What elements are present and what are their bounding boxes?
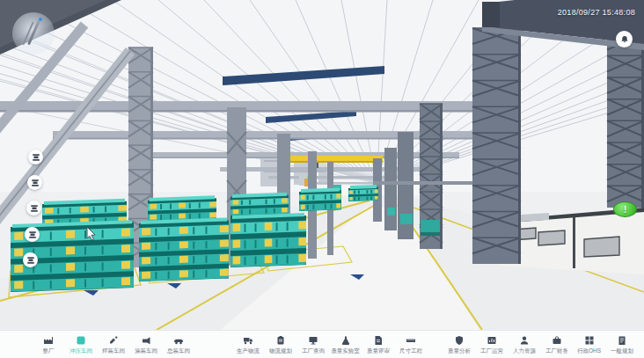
press-station-icon <box>32 153 40 162</box>
toolbar-item-dimension-ruler[interactable]: 尺寸工程 <box>394 335 427 354</box>
toolbar-item-label: 工厂查询 <box>302 347 325 354</box>
main-right-column <box>472 28 521 264</box>
toolbar-item-finance-briefcase[interactable]: 工厂财务 <box>540 335 573 354</box>
bell-icon <box>620 35 629 44</box>
toolbar-item-label: 质量实验室 <box>331 347 359 354</box>
toolbar-group-3: 质量分析工厂运营人力资源工厂财务行政OHS一般规划 <box>443 335 638 354</box>
dimension-ruler-icon <box>406 335 416 346</box>
toolbar-item-label: 人力资源 <box>513 347 536 354</box>
scene-marker-button[interactable] <box>23 252 38 267</box>
quality-shield-icon <box>454 335 465 346</box>
press-station-icon <box>28 230 37 239</box>
press-station-icon <box>30 204 39 213</box>
scene-marker-button[interactable] <box>27 175 42 190</box>
toolbar-item-painting-workshop[interactable]: 涂装车间 <box>129 335 162 354</box>
scene-marker-button[interactable] <box>26 201 41 216</box>
toolbar-item-label: 总装车间 <box>167 347 190 354</box>
toolbar-item-quality-lab[interactable]: 质量实验室 <box>329 335 362 354</box>
toolbar-item-factory-query[interactable]: 工厂查询 <box>296 335 329 354</box>
toolbar-item-label: 冲压车间 <box>70 347 92 354</box>
factory-query-icon <box>308 335 318 346</box>
navigation-gizmo[interactable] <box>12 12 55 55</box>
app-window: 2018/09/27 15:48:08 ! 整厂冲压车间焊装车间涂装车间总装车间… <box>0 0 644 358</box>
quality-review-icon <box>373 335 384 346</box>
toolbar-item-logistics-truck[interactable]: 生产物流 <box>231 335 264 354</box>
alert-symbol: ! <box>624 204 627 215</box>
toolbar-item-plant-overview[interactable]: 整厂 <box>32 335 64 354</box>
mouse-cursor <box>86 227 97 245</box>
assembly-workshop-icon <box>173 335 184 346</box>
toolbar-item-label: 工厂运营 <box>480 347 503 354</box>
clock-display: 2018/09/27 15:48:08 <box>558 8 635 17</box>
toolbar-group-2: 生产物流物流规划工厂查询质量实验室质量评审尺寸工程 <box>231 335 427 354</box>
toolbar-item-general-planning[interactable]: 一般规划 <box>605 335 638 354</box>
plant-overview-icon <box>43 335 54 346</box>
toolbar-item-ohs-grid[interactable]: 行政OHS <box>573 335 605 354</box>
alert-marker[interactable]: ! <box>613 201 637 217</box>
toolbar-item-label: 整厂 <box>42 347 54 354</box>
logistics-truck-icon <box>243 335 253 346</box>
toolbar-item-planning-clipboard[interactable]: 物流规划 <box>264 335 296 354</box>
factory-3d-viewport[interactable]: 2018/09/27 15:48:08 ! <box>0 0 644 330</box>
planning-clipboard-icon <box>275 335 286 346</box>
toolbar-item-stamping-workshop[interactable]: 冲压车间 <box>64 335 97 354</box>
stamping-workshop-icon <box>76 335 86 346</box>
press-station-icon <box>26 256 35 265</box>
general-planning-icon <box>617 335 627 346</box>
toolbar-item-label: 涂装车间 <box>135 347 157 354</box>
toolbar-item-quality-shield[interactable]: 质量分析 <box>443 335 475 354</box>
notification-button[interactable] <box>616 31 633 47</box>
toolbar-item-label: 尺寸工程 <box>399 347 422 354</box>
scene-marker-button[interactable] <box>28 150 43 164</box>
ohs-grid-icon <box>584 335 595 346</box>
toolbar-item-label: 物流规划 <box>269 347 292 354</box>
hr-person-icon <box>519 335 530 346</box>
painting-workshop-icon <box>141 335 151 346</box>
bottom-toolbar: 整厂冲压车间焊装车间涂装车间总装车间生产物流物流规划工厂查询质量实验室质量评审尺… <box>0 330 644 358</box>
press-station-icon <box>31 179 40 187</box>
toolbar-item-label: 生产物流 <box>237 347 260 354</box>
scene-marker-button[interactable] <box>25 227 40 242</box>
welding-workshop-icon <box>108 335 119 346</box>
toolbar-item-label: 质量评审 <box>367 347 390 354</box>
operations-chart-icon <box>487 335 497 346</box>
toolbar-group-1: 整厂冲压车间焊装车间涂装车间总装车间 <box>32 335 194 354</box>
toolbar-item-quality-review[interactable]: 质量评审 <box>362 335 394 354</box>
toolbar-item-label: 焊装车间 <box>102 347 125 354</box>
toolbar-item-assembly-workshop[interactable]: 总装车间 <box>162 335 194 354</box>
toolbar-item-hr-person[interactable]: 人力资源 <box>508 335 540 354</box>
compass-north-dot <box>39 18 42 21</box>
toolbar-item-operations-chart[interactable]: 工厂运营 <box>475 335 508 354</box>
toolbar-item-label: 工厂财务 <box>545 347 568 354</box>
stamping-workshop-scene <box>0 0 644 330</box>
quality-lab-icon <box>340 335 351 346</box>
toolbar-item-label: 质量分析 <box>448 347 471 354</box>
toolbar-item-label: 行政OHS <box>577 347 601 354</box>
toolbar-item-welding-workshop[interactable]: 焊装车间 <box>97 335 129 354</box>
finance-briefcase-icon <box>552 335 562 346</box>
toolbar-item-label: 一般规划 <box>611 347 633 354</box>
